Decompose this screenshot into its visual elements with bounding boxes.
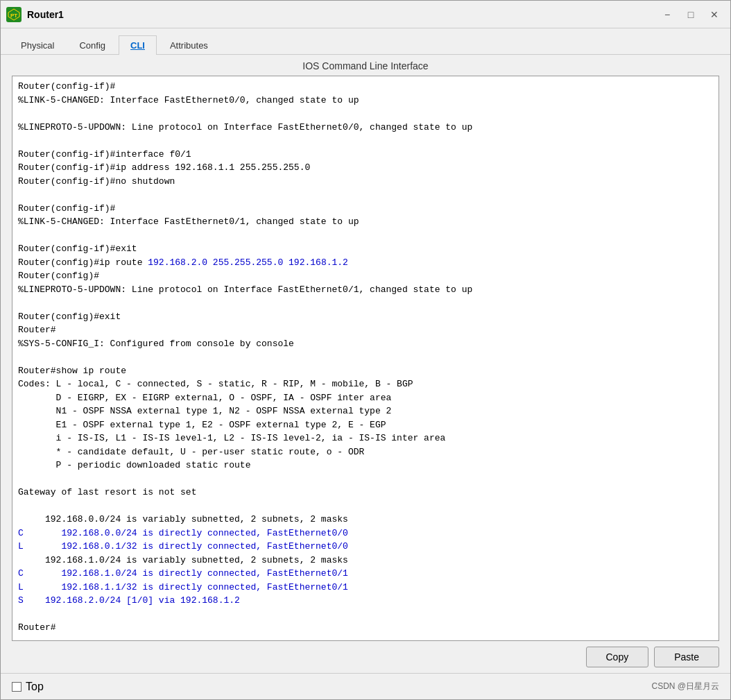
cli-output-wrapper: Router(config-if)#no shutdown Router(con…: [12, 76, 719, 640]
tab-bar: Physical Config CLI Attributes: [1, 28, 730, 55]
tab-attributes[interactable]: Attributes: [158, 35, 220, 55]
window-title: Router1: [27, 9, 64, 20]
top-label: Top: [26, 681, 44, 693]
title-bar-left: PT Router1: [6, 7, 64, 22]
top-checkbox[interactable]: [12, 682, 22, 692]
close-button[interactable]: ✕: [704, 6, 725, 23]
app-icon: PT: [6, 7, 22, 22]
minimize-button[interactable]: −: [657, 6, 678, 23]
cli-output[interactable]: Router(config-if)#no shutdown Router(con…: [12, 76, 719, 640]
main-window: PT Router1 − □ ✕ Physical Config CLI Att…: [0, 0, 731, 700]
bottom-bar: Top CSDN @日星月云: [1, 673, 730, 699]
button-row: Copy Paste: [1, 641, 730, 673]
cli-container: Router(config-if)#no shutdown Router(con…: [12, 76, 719, 641]
section-title: IOS Command Line Interface: [1, 55, 730, 76]
window-controls: − □ ✕: [657, 6, 725, 23]
tab-cli[interactable]: CLI: [119, 35, 157, 55]
svg-text:PT: PT: [10, 12, 17, 19]
bottom-left: Top: [12, 681, 44, 693]
maximize-button[interactable]: □: [680, 6, 701, 23]
copy-button[interactable]: Copy: [586, 647, 649, 667]
paste-button[interactable]: Paste: [654, 647, 719, 667]
tab-physical[interactable]: Physical: [9, 35, 66, 55]
title-bar: PT Router1 − □ ✕: [1, 1, 730, 28]
watermark: CSDN @日星月云: [651, 681, 719, 692]
tab-config[interactable]: Config: [67, 35, 117, 55]
